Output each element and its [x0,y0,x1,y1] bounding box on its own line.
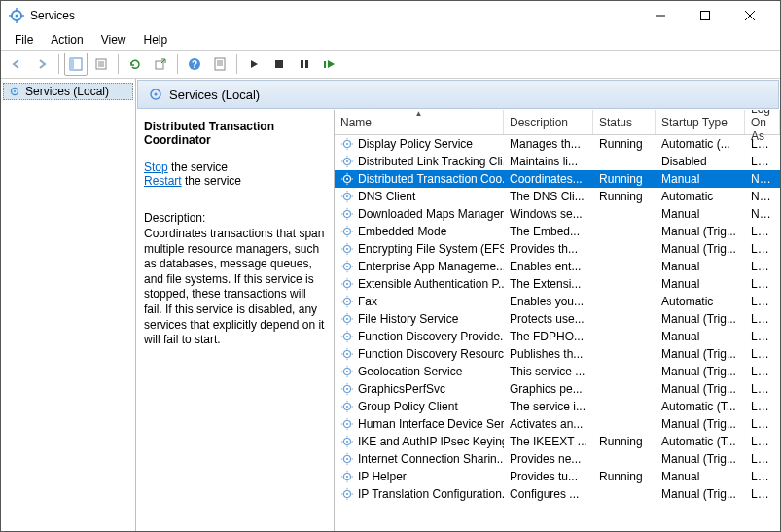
gear-icon [148,87,163,102]
show-hide-tree-button[interactable] [64,53,88,76]
close-button[interactable] [728,1,772,30]
service-row[interactable]: Group Policy ClientThe service i...Autom… [335,398,780,415]
titlebar: Services [1,1,780,30]
column-name[interactable]: Name▲ [335,110,504,134]
service-gear-icon [340,400,354,413]
service-name-cell: Fax [335,295,504,308]
service-gear-icon [340,487,354,501]
column-description[interactable]: Description [504,110,593,134]
service-desc-cell: Provides ne... [504,452,593,466]
service-logon-cell: Loca [745,260,780,273]
svg-point-80 [346,283,348,285]
service-row[interactable]: Enterprise App Manageme...Enables ent...… [335,258,780,275]
restart-link[interactable]: Restart [144,174,182,188]
service-row[interactable]: Distributed Link Tracking Cli...Maintain… [335,153,780,170]
menu-help[interactable]: Help [136,31,176,49]
service-startup-cell: Manual [656,277,745,291]
menu-view[interactable]: View [93,31,134,49]
restart-service-button[interactable] [318,53,341,76]
service-logon-cell: Netw [745,207,780,221]
svg-point-152 [346,493,348,495]
service-desc-cell: Protects use... [504,312,593,326]
service-gear-icon [340,312,354,326]
service-row[interactable]: Internet Connection Sharin...Provides ne… [335,450,780,468]
service-row[interactable]: Geolocation ServiceThis service ...Manua… [335,363,780,380]
service-row[interactable]: DNS ClientThe DNS Cli...RunningAutomatic… [335,188,780,205]
service-desc-cell: Coordinates... [504,172,593,186]
service-startup-cell: Automatic (... [656,137,745,151]
list-pane: Name▲ Description Status Startup Type Lo… [335,110,780,531]
properties-sheet-button[interactable] [208,53,231,76]
service-gear-icon [340,330,354,343]
tree-item-services-local[interactable]: Services (Local) [3,83,133,100]
service-startup-cell: Manual [656,172,745,186]
svg-point-50 [346,195,348,197]
menubar: File Action View Help [1,30,780,50]
svg-point-116 [346,388,348,390]
service-row[interactable]: Extensible Authentication P...The Extens… [335,275,780,293]
service-name-cell: Enterprise App Manageme... [335,260,504,273]
list-body[interactable]: Display Policy ServiceManages th...Runni… [335,135,780,531]
service-row[interactable]: FaxEnables you...AutomaticLoca [335,293,780,310]
service-row[interactable]: Distributed Transaction Coo...Coordinate… [335,170,780,188]
refresh-button[interactable] [124,53,147,76]
service-gear-icon [340,225,354,238]
minimize-button[interactable] [638,1,683,30]
service-startup-cell: Manual (Trig... [656,347,745,361]
tree-item-label: Services (Local) [25,85,109,98]
pause-service-button[interactable] [293,53,316,76]
menu-action[interactable]: Action [43,31,90,49]
column-startup-type[interactable]: Startup Type [656,110,745,134]
service-logon-cell: Loca [745,487,780,501]
service-desc-cell: Windows se... [504,207,593,221]
menu-file[interactable]: File [7,31,41,49]
service-row[interactable]: Human Interface Device Ser...Activates a… [335,415,780,433]
service-desc-cell: Activates an... [504,417,593,431]
service-name-cell: Encrypting File System (EFS) [335,242,504,256]
forward-button[interactable] [30,53,53,76]
svg-rect-11 [70,58,74,70]
service-gear-icon [340,137,354,151]
properties-button[interactable] [89,53,113,76]
service-row[interactable]: IP HelperProvides tu...RunningManualLoca [335,468,780,485]
svg-point-30 [155,93,158,96]
service-name-cell: Display Policy Service [335,137,504,151]
service-desc-cell: Enables ent... [504,260,593,273]
service-name-cell: Group Policy Client [335,400,504,413]
service-gear-icon [340,417,354,431]
description-text: Coordinates transactions that span multi… [144,227,326,348]
service-row[interactable]: IKE and AuthIP IPsec Keying...The IKEEXT… [335,433,780,450]
column-log-on-as[interactable]: Log On As [745,110,780,134]
service-row[interactable]: GraphicsPerfSvcGraphics pe...Manual (Tri… [335,380,780,398]
service-row[interactable]: Encrypting File System (EFS)Provides th.… [335,240,780,258]
service-gear-icon [340,260,354,273]
service-row[interactable]: Function Discovery Resourc...Publishes t… [335,345,780,363]
service-name-cell: Human Interface Device Ser... [335,417,504,431]
service-startup-cell: Automatic [656,295,745,308]
service-desc-cell: Enables you... [504,295,593,308]
service-row[interactable]: IP Translation Configuration...Configure… [335,485,780,503]
service-name-cell: Function Discovery Resourc... [335,347,504,361]
svg-point-68 [346,248,348,250]
service-row[interactable]: Display Policy ServiceManages th...Runni… [335,135,780,153]
service-row[interactable]: Downloaded Maps ManagerWindows se...Manu… [335,205,780,223]
service-gear-icon [340,452,354,466]
stop-link[interactable]: Stop [144,160,168,174]
service-desc-cell: The IKEEXT ... [504,435,593,448]
svg-point-56 [346,213,348,215]
start-service-button[interactable] [242,53,266,76]
service-row[interactable]: File History ServiceProtects use...Manua… [335,310,780,328]
service-name-cell: Extensible Authentication P... [335,277,504,291]
service-gear-icon [340,470,354,483]
service-logon-cell: Loca [745,470,780,483]
column-status[interactable]: Status [593,110,656,134]
service-row[interactable]: Function Discovery Provide...The FDPHO..… [335,328,780,345]
service-gear-icon [340,242,354,256]
service-row[interactable]: Embedded ModeThe Embed...Manual (Trig...… [335,223,780,240]
maximize-button[interactable] [683,1,728,30]
service-desc-cell: Graphics pe... [504,382,593,396]
help-button[interactable]: ? [183,53,206,76]
back-button[interactable] [5,53,28,76]
stop-service-button[interactable] [267,53,291,76]
export-button[interactable] [149,53,172,76]
